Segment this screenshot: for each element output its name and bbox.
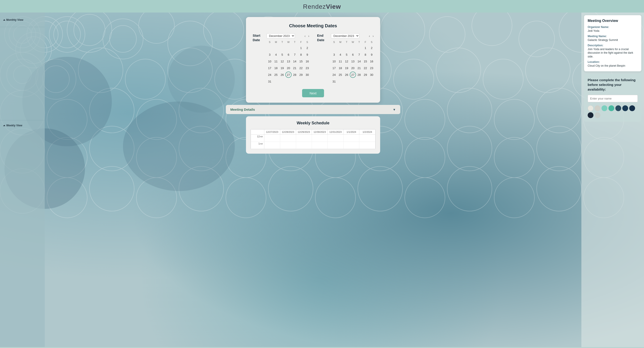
color-swatch-3[interactable]: [602, 105, 607, 111]
table-row: 31: [331, 78, 375, 84]
monthly-view-placeholder: [0, 29, 45, 118]
table-row: 10 11 12 13 14 15 16: [266, 58, 310, 64]
col-header-1230: 12/30/2023: [312, 130, 328, 135]
col-header-1228: 12/28/2023: [280, 130, 296, 135]
modal-title: Choose Meeting Dates: [253, 23, 374, 28]
right-panel: Meeting Overview Organizer Name: Jedi Yo…: [582, 12, 644, 347]
meeting-details-bar[interactable]: Meeting Details ▼: [226, 105, 400, 114]
table-row: 3 4 5 6 7 8 9: [331, 52, 375, 58]
end-cal-weeks: 1 2 3 4 5 6 7 8 9: [331, 45, 375, 84]
start-today[interactable]: 27: [285, 72, 292, 78]
organizer-value: Jedi Yoda: [588, 29, 638, 33]
start-cal-grid: S M T W T F S: [266, 40, 310, 84]
monthly-view-label[interactable]: Monthly View: [0, 16, 45, 23]
col-header-1229: 12/29/2023: [296, 130, 312, 135]
start-prev-btn[interactable]: ‹: [304, 34, 307, 38]
main-area: Monthly View Weekly View Choose Meeting …: [0, 12, 644, 347]
table-row: 31: [266, 78, 310, 84]
meeting-details-chevron-icon: ▼: [393, 108, 396, 112]
start-day[interactable]: 1: [298, 45, 304, 51]
col-header-1227: 12/27/2023: [264, 130, 280, 135]
next-btn-row: Next: [253, 89, 374, 97]
color-swatch-2[interactable]: [594, 105, 600, 111]
name-input[interactable]: [588, 95, 638, 102]
end-next-btn[interactable]: ›: [372, 34, 375, 38]
monthly-view-arrow: [3, 19, 5, 20]
left-divider-1: [0, 27, 45, 27]
color-swatch-4[interactable]: [608, 105, 614, 111]
left-divider-2: [0, 120, 45, 120]
color-swatch-9[interactable]: [594, 112, 600, 118]
app-title: RendezView: [0, 3, 644, 10]
description-label: Description:: [588, 44, 638, 47]
end-month-select[interactable]: December 2023: [331, 33, 359, 38]
date-picker-modal: Choose Meeting Dates StartDate December …: [246, 17, 380, 103]
end-prev-btn[interactable]: ‹: [368, 34, 371, 38]
title-part2: View: [326, 3, 341, 10]
time-1am: 1AM: [251, 142, 264, 149]
description-value: Join Yoda and leaders for a crucial disc…: [588, 48, 638, 58]
title-part1: Rendez: [303, 3, 326, 10]
weekly-schedule-title: Weekly Schedule: [250, 121, 376, 126]
color-swatch-8[interactable]: [588, 112, 594, 118]
table-row: 1AM: [251, 142, 376, 149]
next-button[interactable]: Next: [302, 89, 324, 97]
table-row: 24 25 26 27 28 29 30: [331, 72, 375, 78]
weekly-view-arrow: [3, 125, 5, 126]
table-row: 17 18 19 20 21 22 23: [266, 65, 310, 71]
center-area: Choose Meeting Dates StartDate December …: [45, 12, 582, 347]
start-cal-header: December 2023 ‹ ›: [266, 33, 310, 38]
end-cal-header: December 2023 ‹ ›: [331, 33, 375, 38]
table-row: 10 11 12 13 14 15 16: [331, 58, 375, 64]
table-row: 12AM: [251, 135, 376, 142]
color-swatch-6[interactable]: [622, 105, 628, 111]
start-date-label: StartDate: [253, 33, 264, 42]
organizer-label: Organizer Name:: [588, 26, 638, 29]
app-header: RendezView: [0, 0, 644, 12]
availability-title: Please complete the following before sel…: [588, 78, 638, 92]
location-value: Cloud City on the planet Bespin: [588, 64, 638, 68]
weekly-grid-header: 12/27/2023 12/28/2023 12/29/2023 12/30/2…: [251, 129, 376, 135]
col-header-1231: 12/31/2023: [328, 130, 344, 135]
meeting-name-label: Meeting Name:: [588, 35, 638, 38]
weekly-grid: 12/27/2023 12/28/2023 12/29/2023 12/30/2…: [250, 129, 376, 149]
table-row: 1 2: [331, 45, 375, 51]
table-row: 1 2: [266, 45, 310, 51]
weekly-schedule-card: Weekly Schedule 12/27/2023 12/28/2023 12…: [246, 116, 380, 154]
table-row: 3 4 5 6 7 8 9: [266, 52, 310, 58]
col-header-0101: 1/1/2024: [344, 130, 359, 135]
col-header-0102: 1/2/2024: [359, 130, 375, 135]
left-panel: Monthly View Weekly View: [0, 12, 45, 347]
table-row: 24 25 26 27 28 29 30: [266, 72, 310, 78]
meeting-overview-card: Meeting Overview Organizer Name: Jedi Yo…: [584, 15, 641, 71]
time-12am: 12AM: [251, 135, 264, 142]
color-swatch-5[interactable]: [616, 105, 621, 111]
color-swatch-1[interactable]: [588, 105, 594, 111]
end-date-label: EndDate: [317, 33, 328, 42]
table-row: 17 18 19 20 21 22 23: [331, 65, 375, 71]
calendars-row: StartDate December 2023 ‹ ›: [253, 33, 374, 84]
location-label: Location:: [588, 60, 638, 64]
weekly-view-label[interactable]: Weekly View: [0, 122, 45, 129]
end-today[interactable]: 27: [350, 72, 356, 78]
start-month-select[interactable]: December 2023: [266, 33, 295, 38]
availability-card: Please complete the following before sel…: [584, 74, 641, 122]
start-cal-weeks: 1 2 3 4 5 6 7 8: [266, 45, 310, 84]
meeting-details-text: Meeting Details: [230, 108, 255, 112]
end-cal-grid: S M T W T F S: [331, 40, 375, 84]
color-swatch-7[interactable]: [629, 105, 635, 111]
end-calendar: December 2023 ‹ › S M: [331, 33, 375, 84]
start-next-btn[interactable]: ›: [307, 34, 310, 38]
start-dow-row: S M T W T F S: [266, 40, 310, 44]
color-swatches: [588, 105, 638, 118]
start-day[interactable]: 2: [304, 45, 310, 51]
monthly-view-section: Monthly View: [0, 15, 45, 25]
start-calendar: December 2023 ‹ › S M: [266, 33, 310, 84]
meeting-overview-title: Meeting Overview: [588, 19, 638, 23]
meeting-name-value: Galactic Strategy Summit: [588, 38, 638, 42]
end-dow-row: S M T W T F S: [331, 40, 375, 44]
